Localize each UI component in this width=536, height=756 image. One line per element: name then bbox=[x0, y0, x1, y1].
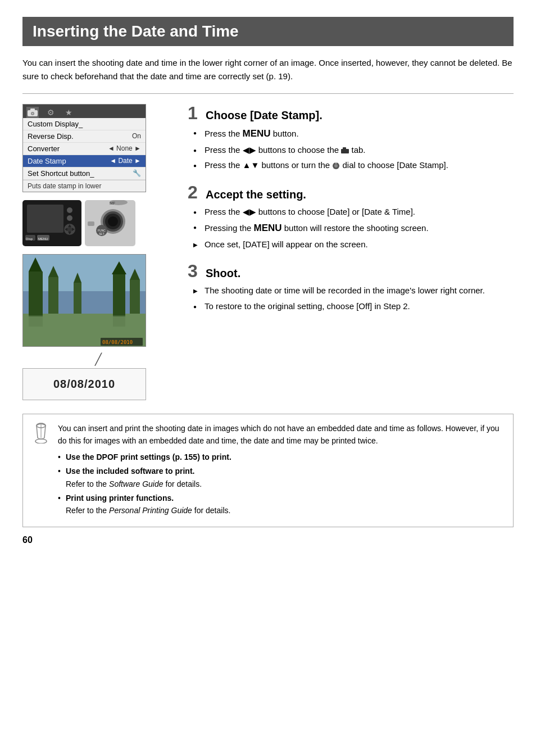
main-content: ⚙ ★ Custom Display_ Reverse Disp. On Con… bbox=[22, 104, 514, 400]
camera-back-svg: Disp MENU bbox=[22, 200, 81, 246]
section-divider bbox=[22, 93, 514, 94]
note-text: You can insert and print the shooting da… bbox=[58, 422, 504, 519]
svg-rect-40 bbox=[74, 283, 81, 314]
svg-rect-42 bbox=[29, 315, 43, 327]
note-bullet-3: Print using printer functions.Refer to t… bbox=[58, 492, 504, 517]
step-2-header: 2 Accept the setting. bbox=[188, 183, 514, 201]
menu-tab-star: ★ bbox=[62, 107, 75, 118]
left-column: ⚙ ★ Custom Display_ Reverse Disp. On Con… bbox=[22, 104, 174, 400]
menu-row-custom: Custom Display_ bbox=[23, 118, 146, 130]
step-3: 3 Shoot. The shooting date or time will … bbox=[188, 262, 514, 313]
step-1-bullet-3: Press the ▲▼ buttons or turn the dial to… bbox=[193, 159, 514, 172]
step-3-bullet-2: To restore to the original setting, choo… bbox=[193, 300, 514, 313]
step-3-number: 3 bbox=[188, 262, 201, 280]
step-2-bullet-1: Press the ◀▶ buttons to choose [Date] or… bbox=[193, 206, 514, 219]
arrow-indicator: ╱ bbox=[22, 352, 174, 366]
page-title: Inserting the Date and Time bbox=[22, 17, 514, 46]
svg-text:SET: SET bbox=[99, 232, 105, 236]
menu-text-1: MENU bbox=[243, 128, 271, 139]
step-3-header: 3 Shoot. bbox=[188, 262, 514, 280]
intro-text: You can insert the shooting date and tim… bbox=[22, 56, 514, 83]
dial-icon bbox=[332, 162, 340, 170]
step-2-number: 2 bbox=[188, 183, 201, 201]
step-2-bullet-3: Once set, [DATE] will appear on the scre… bbox=[193, 238, 514, 251]
camera-tab-icon bbox=[341, 147, 349, 153]
svg-point-49 bbox=[334, 164, 338, 168]
right-column: 1 Choose [Date Stamp]. Press the MENU bu… bbox=[188, 104, 514, 400]
svg-rect-1 bbox=[30, 108, 35, 111]
camera-back-image: Disp MENU bbox=[22, 200, 81, 246]
note-intro: You can insert and print the shooting da… bbox=[58, 424, 499, 445]
svg-rect-36 bbox=[113, 274, 125, 316]
svg-point-6 bbox=[67, 207, 72, 213]
step-2-title: Accept the setting. bbox=[206, 188, 306, 201]
step-2-bullets: Press the ◀▶ buttons to choose [Date] or… bbox=[193, 206, 514, 251]
step-3-bullet-1: The shooting date or time will be record… bbox=[193, 284, 514, 297]
svg-text:08/08/2010: 08/08/2010 bbox=[102, 339, 133, 345]
page-number: 60 bbox=[22, 535, 514, 545]
note-bullet-2: Use the included software to print.Refer… bbox=[58, 465, 504, 490]
svg-rect-38 bbox=[130, 280, 140, 314]
step-1-header: 1 Choose [Date Stamp]. bbox=[188, 104, 514, 122]
menu-rows: Custom Display_ Reverse Disp. On Convert… bbox=[23, 118, 146, 180]
step-3-bullets: The shooting date or time will be record… bbox=[193, 284, 514, 313]
lr-icon-2: ◀▶ bbox=[243, 207, 256, 216]
svg-rect-5 bbox=[27, 205, 63, 233]
menu-row-converter: Converter ◄ None ► bbox=[23, 143, 146, 155]
step-1-bullet-1: Press the MENU button. bbox=[193, 126, 514, 141]
menu-info: Puts date stamp in lower bbox=[23, 180, 146, 192]
svg-point-22 bbox=[108, 216, 118, 227]
menu-tab-settings: ⚙ bbox=[44, 107, 57, 118]
menu-screenshot: ⚙ ★ Custom Display_ Reverse Disp. On Con… bbox=[22, 104, 146, 192]
note-icon bbox=[32, 422, 50, 447]
svg-point-13 bbox=[67, 227, 72, 232]
step-1-bullets: Press the MENU button. Press the ◀▶ butt… bbox=[193, 126, 514, 172]
svg-text:MF: MF bbox=[110, 201, 116, 205]
svg-point-50 bbox=[335, 162, 337, 164]
svg-point-3 bbox=[32, 113, 34, 115]
note-bullets: Use the DPOF print settings (p. 155) to … bbox=[58, 451, 504, 517]
photo-container: 08/08/2010 bbox=[22, 254, 146, 347]
pencil-icon bbox=[32, 422, 50, 443]
step-3-title: Shoot. bbox=[206, 267, 240, 280]
step-1-number: 1 bbox=[188, 104, 201, 122]
step-1-title: Choose [Date Stamp]. bbox=[206, 109, 322, 122]
svg-rect-47 bbox=[343, 147, 346, 150]
svg-rect-46 bbox=[341, 149, 349, 153]
svg-text:MENU: MENU bbox=[38, 237, 48, 241]
menu-row-reverse: Reverse Disp. On bbox=[23, 130, 146, 143]
note-section: You can insert and print the shooting da… bbox=[22, 414, 514, 527]
step-2: 2 Accept the setting. Press the ◀▶ butto… bbox=[188, 183, 514, 251]
camera-front-image: MF FUNC SET bbox=[85, 200, 135, 246]
menu-tab-camera bbox=[26, 107, 39, 118]
svg-rect-28 bbox=[88, 221, 94, 226]
svg-point-51 bbox=[35, 439, 47, 443]
svg-text:Disp: Disp bbox=[26, 237, 33, 241]
lr-icon-1: ◀▶ bbox=[243, 145, 256, 155]
svg-rect-34 bbox=[48, 277, 58, 314]
note-bullet-1: Use the DPOF print settings (p. 155) to … bbox=[58, 451, 504, 463]
step-1-bullet-2: Press the ◀▶ buttons to choose the tab. bbox=[193, 144, 514, 157]
camera-images: Disp MENU MF bbox=[22, 200, 174, 246]
menu-tabs: ⚙ ★ bbox=[23, 105, 146, 118]
step-1: 1 Choose [Date Stamp]. Press the MENU bu… bbox=[188, 104, 514, 172]
menu-row-shortcut: Set Shortcut button_ 🔧 bbox=[23, 168, 146, 180]
step-2-bullet-2: Pressing the MENU button will restore th… bbox=[193, 221, 514, 236]
menu-row-datestamp: Date Stamp ◄ Date ► bbox=[23, 155, 146, 168]
camera-front-svg: MF FUNC SET bbox=[85, 200, 135, 246]
date-display-box: 08/08/2010 bbox=[22, 368, 146, 400]
svg-rect-32 bbox=[29, 271, 43, 316]
svg-point-7 bbox=[67, 215, 72, 221]
ud-icon: ▲▼ bbox=[243, 160, 260, 170]
menu-text-2: MENU bbox=[254, 223, 282, 233]
photo-scene-svg: 08/08/2010 bbox=[23, 255, 146, 347]
svg-rect-43 bbox=[113, 315, 125, 327]
